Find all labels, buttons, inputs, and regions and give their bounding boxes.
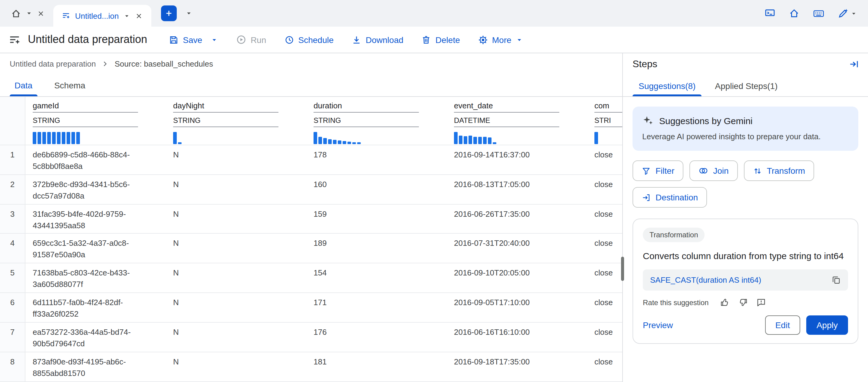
cell-daynight[interactable]: N — [166, 323, 306, 352]
breadcrumb-root[interactable]: Untitled data preparation — [10, 60, 96, 69]
feedback-button[interactable] — [756, 298, 766, 307]
cell-daynight[interactable]: N — [166, 264, 306, 293]
cell-com[interactable]: close — [587, 204, 622, 233]
apply-button[interactable]: Apply — [806, 315, 848, 335]
chevron-down-icon[interactable] — [25, 10, 33, 17]
collapse-panel-button[interactable] — [849, 59, 860, 70]
join-button[interactable]: Join — [689, 160, 738, 181]
cell-duration[interactable]: 171 — [306, 293, 447, 322]
tab-data[interactable]: Data — [4, 75, 43, 96]
close-tab-icon[interactable] — [135, 12, 143, 20]
home-tab[interactable] — [6, 8, 50, 19]
edit-button[interactable]: Edit — [765, 315, 800, 335]
tab-untitled-data-preparation[interactable]: Untitled...ion — [53, 5, 152, 27]
row-number: 2 — [0, 174, 25, 204]
panel-resize-handle[interactable] — [621, 257, 624, 281]
cell-gameid[interactable]: 659cc3c1-5a32-4a37-a0c8-91587e50a90a — [25, 234, 166, 263]
add-tab-button[interactable] — [161, 5, 177, 21]
copy-button[interactable] — [832, 276, 841, 285]
gemini-pen-spark-button[interactable] — [838, 8, 857, 19]
download-button[interactable]: Download — [352, 35, 403, 44]
keyboard-shortcuts-button[interactable] — [813, 7, 825, 19]
cell-duration[interactable]: 159 — [306, 204, 447, 233]
column-name[interactable]: gameId — [33, 101, 138, 113]
schedule-button[interactable]: Schedule — [284, 35, 334, 44]
tab-schema[interactable]: Schema — [43, 75, 96, 96]
cell-gameid[interactable]: 71638ba5-c803-42ce-b433-3a605d88077f — [25, 264, 166, 293]
data-preparation-icon — [8, 34, 21, 46]
cell-com[interactable]: close — [587, 352, 622, 381]
cell-com[interactable]: close — [587, 234, 622, 263]
cell-daynight[interactable]: N — [166, 174, 306, 204]
cell-gameid[interactable]: 372b9e8c-d93d-4341-b5c6-dcc57a97d08a — [25, 174, 166, 204]
preview-button[interactable]: Preview — [643, 320, 673, 330]
home-icon[interactable] — [11, 8, 21, 19]
cell-event-date[interactable]: 2016-09-18T17:35:00 — [447, 352, 587, 381]
cell-gameid[interactable]: de6b6899-c5d8-466b-88c4-5c8bb0f8ae8a — [25, 145, 166, 174]
thumbs-up-button[interactable] — [720, 298, 729, 307]
cell-daynight[interactable]: N — [166, 145, 306, 174]
home-button[interactable] — [789, 8, 800, 19]
save-dropdown-button[interactable] — [211, 36, 218, 43]
tab-applied-steps[interactable]: Applied Steps(1) — [705, 75, 787, 96]
thumbs-down-button[interactable] — [738, 298, 747, 307]
close-icon[interactable] — [37, 9, 45, 17]
row-number-gutter-header — [0, 97, 25, 145]
column-type[interactable]: STRING — [173, 116, 278, 127]
cell-gameid[interactable]: ea573272-336a-44a5-bd74-90b5d79647cd — [25, 323, 166, 352]
cell-event-date[interactable]: 2016-09-10T20:05:00 — [447, 264, 587, 293]
cell-duration[interactable]: 176 — [306, 323, 447, 352]
transform-button[interactable]: Transform — [744, 160, 814, 181]
chevron-down-icon[interactable] — [124, 12, 130, 19]
save-button[interactable]: Save — [169, 35, 202, 44]
suggestion-action-buttons: Filter Join Transform Destination — [632, 160, 858, 208]
cell-event-date[interactable]: 2016-08-13T17:05:00 — [447, 174, 587, 204]
histogram-gameid — [33, 132, 159, 144]
cell-com[interactable]: close — [587, 145, 622, 174]
suggestion-sql-link[interactable]: SAFE_CAST(duration AS int64) — [650, 276, 761, 285]
column-type[interactable]: STRING — [314, 116, 419, 127]
filter-button[interactable]: Filter — [632, 160, 683, 181]
more-button[interactable]: More — [478, 35, 523, 44]
column-type[interactable]: STRING — [33, 116, 138, 127]
column-name[interactable]: duration — [314, 101, 419, 113]
cell-duration[interactable]: 154 — [306, 264, 447, 293]
tab-list-dropdown[interactable] — [186, 10, 193, 17]
column-name[interactable]: dayNight — [173, 101, 278, 113]
cell-com[interactable]: close — [587, 264, 622, 293]
gemini-card-subtitle: Leverage AI powered insights to prepare … — [642, 131, 849, 142]
suggestion-code-block: SAFE_CAST(duration AS int64) — [643, 269, 848, 291]
column-type[interactable]: DATETIME — [454, 116, 559, 127]
cell-gameid[interactable]: 31fac395-b4fe-402d-9759-43441395aa58 — [25, 204, 166, 233]
page-title[interactable]: Untitled data preparation — [28, 33, 147, 46]
cell-event-date[interactable]: 2016-09-14T16:37:00 — [447, 145, 587, 174]
cloud-shell-button[interactable] — [765, 8, 775, 19]
cell-duration[interactable]: 160 — [306, 174, 447, 204]
run-button[interactable]: Run — [236, 34, 266, 45]
cell-event-date[interactable]: 2016-07-31T20:40:00 — [447, 234, 587, 263]
cell-event-date[interactable]: 2016-09-05T17:10:00 — [447, 293, 587, 322]
cell-com[interactable]: close — [587, 323, 622, 352]
cell-event-date[interactable]: 2016-06-26T17:35:00 — [447, 204, 587, 233]
cell-duration[interactable]: 189 — [306, 234, 447, 263]
cell-duration[interactable]: 181 — [306, 352, 447, 381]
cell-duration[interactable]: 178 — [306, 145, 447, 174]
play-circle-icon — [236, 34, 246, 45]
cell-daynight[interactable]: N — [166, 352, 306, 381]
tab-suggestions[interactable]: Suggestions(8) — [629, 75, 705, 96]
destination-button[interactable]: Destination — [632, 187, 707, 208]
column-type[interactable]: STRI — [594, 116, 622, 127]
column-name[interactable]: com — [594, 101, 622, 113]
cell-com[interactable]: close — [587, 293, 622, 322]
thumbs-down-icon — [738, 298, 747, 307]
cell-daynight[interactable]: N — [166, 234, 306, 263]
cell-gameid[interactable]: 6d111b57-fa0b-4f24-82df-ff33a26f0252 — [25, 293, 166, 322]
delete-button[interactable]: Delete — [422, 35, 460, 44]
cell-gameid[interactable]: 873af90e-d93f-4195-ab6c-8855abd81570 — [25, 352, 166, 381]
cell-daynight[interactable]: N — [166, 293, 306, 322]
cell-daynight[interactable]: N — [166, 204, 306, 233]
cell-com[interactable]: close — [587, 174, 622, 204]
breadcrumb-source[interactable]: Source: baseball_schedules — [115, 60, 213, 69]
cell-event-date[interactable]: 2016-06-16T16:10:00 — [447, 323, 587, 352]
column-name[interactable]: event_date — [454, 101, 559, 113]
